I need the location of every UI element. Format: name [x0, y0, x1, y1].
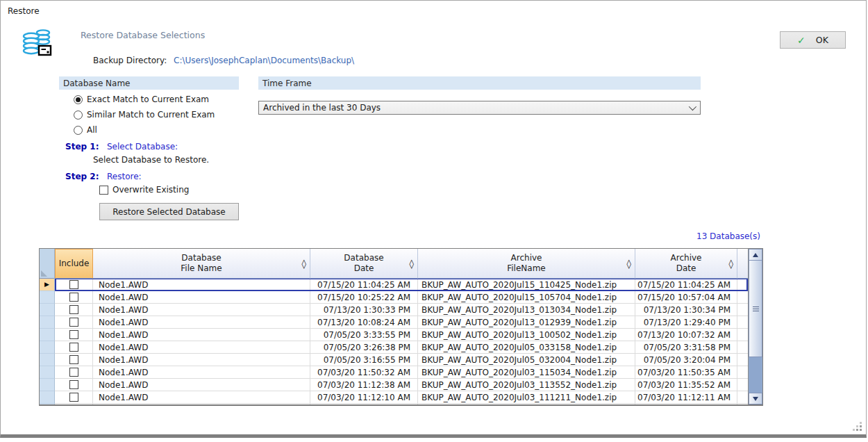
table-row[interactable]: Node1.AWD 07/13/20 10:08:24 AM BKUP_AW_A… — [40, 316, 748, 329]
database-file-name-cell[interactable] — [93, 404, 310, 404]
database-match-radio[interactable]: All — [74, 122, 247, 138]
table-row[interactable]: Node1.AWD 07/05/20 3:16:55 PM BKUP_AW_AU… — [40, 354, 748, 366]
database-file-name-cell[interactable]: Node1.AWD — [93, 279, 310, 291]
row-selector-cell[interactable] — [40, 316, 55, 329]
include-checkbox[interactable] — [69, 343, 78, 352]
database-date-cell[interactable]: 07/03/20 11:12:38 AM — [310, 379, 418, 391]
row-selector-cell[interactable] — [40, 354, 55, 366]
archive-date-cell[interactable]: 07/13/20 1:29:40 PM — [635, 316, 737, 329]
archive-date-cell[interactable]: 07/13/20 10:07:32 AM — [635, 329, 737, 341]
archive-filename-cell[interactable]: BKUP_AW_AUTO_2020Jul05_032004_Node1.zip — [418, 354, 635, 366]
archive-filename-cell[interactable]: BKUP_AW_AUTO_2020Jul03_113552_Node1.zip — [418, 379, 635, 391]
include-checkbox[interactable] — [69, 355, 78, 364]
table-row[interactable]: Node1.AWD 07/05/20 3:26:38 PM BKUP_AW_AU… — [40, 341, 748, 354]
database-match-radio[interactable]: Exact Match to Current Exam — [74, 92, 247, 107]
archive-date-cell[interactable]: 07/03/20 11:35:52 AM — [635, 379, 737, 391]
column-header-archive-filename[interactable]: Archive FileName ◊ — [418, 249, 635, 279]
include-checkbox[interactable] — [69, 330, 78, 339]
database-file-name-cell[interactable]: Node1.AWD — [93, 366, 310, 379]
scroll-up-button[interactable] — [749, 249, 762, 261]
vertical-scrollbar[interactable] — [748, 249, 762, 404]
archive-date-cell[interactable]: 07/15/20 10:57:04 AM — [635, 291, 737, 304]
database-date-cell[interactable]: 07/05/20 3:33:55 PM — [310, 329, 418, 341]
scrollbar-track[interactable] — [749, 357, 762, 393]
database-date-cell[interactable]: 07/13/20 10:08:24 AM — [310, 316, 418, 329]
overwrite-existing-option[interactable]: Overwrite Existing — [99, 185, 189, 195]
include-cell[interactable] — [55, 341, 93, 354]
table-row[interactable]: Node1.AWD 07/13/20 1:30:33 PM BKUP_AW_AU… — [40, 304, 748, 316]
database-file-name-cell[interactable]: Node1.AWD — [93, 291, 310, 304]
archive-filename-cell[interactable]: BKUP_AW_AUTO_2020Jul13_012939_Node1.zip — [418, 316, 635, 329]
database-date-cell[interactable] — [310, 404, 418, 404]
column-header-database-date[interactable]: Database Date ◊ — [310, 249, 418, 279]
sort-icon[interactable]: ◊ — [729, 259, 733, 269]
row-selector-cell[interactable] — [40, 391, 55, 404]
row-selector-cell[interactable] — [40, 304, 55, 316]
archive-filename-cell[interactable]: BKUP_AW_AUTO_2020Jul05_033158_Node1.zip — [418, 341, 635, 354]
archive-filename-cell[interactable] — [418, 404, 635, 404]
time-frame-dropdown[interactable]: Archived in the last 30 Days — [258, 101, 701, 115]
database-file-name-cell[interactable]: Node1.AWD — [93, 329, 310, 341]
scroll-down-button[interactable] — [749, 393, 762, 404]
table-row[interactable]: Node1.AWD 07/15/20 10:25:22 AM BKUP_AW_A… — [40, 291, 748, 304]
include-cell[interactable] — [55, 404, 93, 404]
include-checkbox[interactable] — [69, 280, 78, 289]
archive-date-cell[interactable]: 07/13/20 1:30:34 PM — [635, 304, 737, 316]
radio-button-icon[interactable] — [74, 110, 83, 120]
row-selector-cell[interactable] — [40, 404, 55, 404]
row-selector-cell[interactable] — [40, 379, 55, 391]
archive-filename-cell[interactable]: BKUP_AW_AUTO_2020Jul13_013034_Node1.zip — [418, 304, 635, 316]
include-checkbox[interactable] — [69, 293, 78, 302]
database-date-cell[interactable]: 07/15/20 10:25:22 AM — [310, 291, 418, 304]
include-cell[interactable] — [55, 304, 93, 316]
table-row[interactable]: ▶ Node1.AWD 07/15/20 11:04:25 AM BKUP_AW… — [40, 279, 748, 291]
include-cell[interactable] — [55, 354, 93, 366]
archive-date-cell[interactable]: 07/03/20 11:12:11 AM — [635, 391, 737, 404]
window-resize-grip[interactable] — [860, 429, 862, 431]
table-row[interactable] — [40, 404, 748, 404]
scrollbar-thumb[interactable] — [749, 261, 762, 357]
include-checkbox[interactable] — [69, 393, 78, 402]
restore-selected-database-button[interactable]: Restore Selected Database — [99, 203, 239, 220]
archive-date-cell[interactable]: 07/05/20 3:20:04 PM — [635, 354, 737, 366]
radio-button-icon[interactable] — [74, 126, 83, 135]
database-file-name-cell[interactable]: Node1.AWD — [93, 354, 310, 366]
row-selector-cell[interactable] — [40, 329, 55, 341]
radio-button-icon[interactable] — [74, 95, 83, 104]
archive-filename-cell[interactable]: BKUP_AW_AUTO_2020Jul03_115034_Node1.zip — [418, 366, 635, 379]
archive-filename-cell[interactable]: BKUP_AW_AUTO_2020Jul15_105704_Node1.zip — [418, 291, 635, 304]
include-cell[interactable] — [55, 329, 93, 341]
include-cell[interactable] — [55, 379, 93, 391]
database-file-name-cell[interactable]: Node1.AWD — [93, 304, 310, 316]
overwrite-checkbox[interactable] — [99, 186, 108, 195]
include-cell[interactable] — [55, 291, 93, 304]
database-file-name-cell[interactable]: Node1.AWD — [93, 316, 310, 329]
sort-icon[interactable]: ◊ — [627, 259, 631, 269]
table-row[interactable]: Node1.AWD 07/03/20 11:50:32 AM BKUP_AW_A… — [40, 366, 748, 379]
column-header-include[interactable]: Include — [55, 249, 93, 279]
table-row[interactable]: Node1.AWD 07/03/20 11:12:38 AM BKUP_AW_A… — [40, 379, 748, 391]
row-selector-cell[interactable] — [40, 366, 55, 379]
archive-date-cell[interactable]: 07/05/20 3:31:58 PM — [635, 341, 737, 354]
include-checkbox[interactable] — [69, 368, 78, 377]
select-all-corner-icon[interactable] — [41, 270, 47, 277]
column-header-database-file-name[interactable]: Database File Name ◊ — [93, 249, 310, 279]
ok-button[interactable]: ✓ OK — [780, 31, 846, 49]
sort-icon[interactable]: ◊ — [302, 259, 306, 269]
archive-filename-cell[interactable]: BKUP_AW_AUTO_2020Jul15_110425_Node1.zip — [418, 279, 635, 291]
include-checkbox[interactable] — [69, 318, 78, 327]
archive-filename-cell[interactable]: BKUP_AW_AUTO_2020Jul13_100502_Node1.zip — [418, 329, 635, 341]
row-selector-cell[interactable] — [40, 291, 55, 304]
sort-icon[interactable]: ◊ — [410, 259, 414, 269]
include-cell[interactable] — [55, 279, 93, 291]
include-cell[interactable] — [55, 391, 93, 404]
database-file-name-cell[interactable]: Node1.AWD — [93, 379, 310, 391]
include-cell[interactable] — [55, 366, 93, 379]
archive-date-cell[interactable]: 07/15/20 11:04:25 AM — [635, 279, 737, 291]
database-date-cell[interactable]: 07/05/20 3:26:38 PM — [310, 341, 418, 354]
database-date-cell[interactable]: 07/05/20 3:16:55 PM — [310, 354, 418, 366]
database-date-cell[interactable]: 07/15/20 11:04:25 AM — [310, 279, 418, 291]
table-row[interactable]: Node1.AWD 07/05/20 3:33:55 PM BKUP_AW_AU… — [40, 329, 748, 341]
database-file-name-cell[interactable]: Node1.AWD — [93, 341, 310, 354]
table-row[interactable]: Node1.AWD 07/03/20 11:12:10 AM BKUP_AW_A… — [40, 391, 748, 404]
